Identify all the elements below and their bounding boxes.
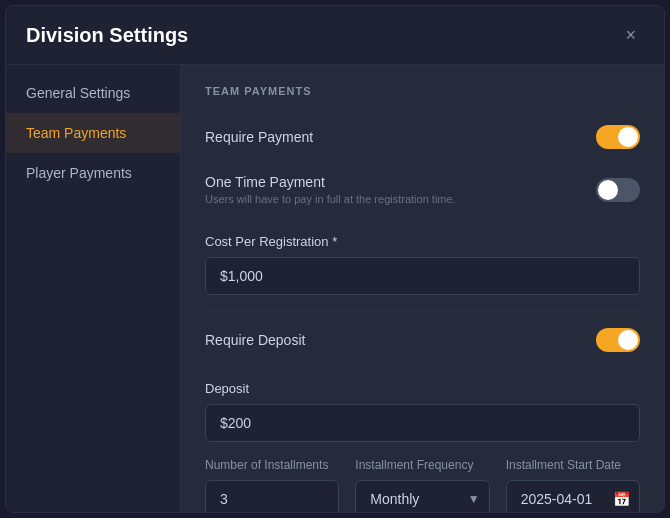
modal-body: General Settings Team Payments Player Pa…: [6, 65, 664, 512]
frequency-select-wrapper: Monthly Weekly Bi-Weekly Annually ▼: [355, 480, 489, 512]
one-time-payment-row: One Time Payment Users will have to pay …: [205, 162, 640, 218]
require-payment-toggle[interactable]: [596, 125, 640, 149]
require-deposit-label: Require Deposit: [205, 332, 305, 348]
sidebar: General Settings Team Payments Player Pa…: [6, 65, 181, 512]
start-date-label: Installment Start Date: [506, 458, 640, 472]
one-time-payment-label: One Time Payment: [205, 174, 456, 190]
one-time-payment-description: Users will have to pay in full at the re…: [205, 193, 456, 205]
installments-label: Number of Installments: [205, 458, 339, 472]
frequency-field: Installment Frequency Monthly Weekly Bi-…: [355, 458, 489, 512]
modal-header: Division Settings ×: [6, 6, 664, 65]
start-date-field: Installment Start Date 📅: [506, 458, 640, 512]
division-settings-modal: Division Settings × General Settings Tea…: [5, 5, 665, 513]
one-time-payment-toggle[interactable]: [596, 178, 640, 202]
deposit-label: Deposit: [205, 381, 640, 396]
modal-title: Division Settings: [26, 24, 188, 47]
cost-per-registration-section: Cost Per Registration *: [205, 234, 640, 295]
require-payment-label: Require Payment: [205, 129, 313, 145]
cost-per-registration-input[interactable]: [205, 257, 640, 295]
require-payment-row: Require Payment: [205, 113, 640, 162]
toggle-knob: [598, 180, 618, 200]
deposit-input[interactable]: [205, 404, 640, 442]
date-wrapper: 📅: [506, 480, 640, 512]
toggle-knob: [618, 127, 638, 147]
content-area: TEAM PAYMENTS Require Payment One Time P…: [181, 65, 664, 512]
require-deposit-toggle[interactable]: [596, 328, 640, 352]
close-button[interactable]: ×: [617, 22, 644, 48]
divider: [205, 311, 640, 312]
start-date-input[interactable]: [506, 480, 640, 512]
toggle-knob: [618, 330, 638, 350]
installments-field: Number of Installments: [205, 458, 339, 512]
installments-row: Number of Installments Installment Frequ…: [205, 458, 640, 512]
sidebar-item-team-payments[interactable]: Team Payments: [6, 113, 180, 153]
require-deposit-row: Require Deposit: [205, 316, 640, 365]
installments-input[interactable]: [205, 480, 339, 512]
section-title: TEAM PAYMENTS: [205, 85, 640, 97]
deposit-section: Deposit: [205, 381, 640, 442]
frequency-label: Installment Frequency: [355, 458, 489, 472]
frequency-select[interactable]: Monthly Weekly Bi-Weekly Annually: [355, 480, 489, 512]
sidebar-item-player-payments[interactable]: Player Payments: [6, 153, 180, 193]
cost-per-registration-label: Cost Per Registration *: [205, 234, 640, 249]
one-time-payment-info: One Time Payment Users will have to pay …: [205, 174, 456, 205]
sidebar-item-general-settings[interactable]: General Settings: [6, 73, 180, 113]
